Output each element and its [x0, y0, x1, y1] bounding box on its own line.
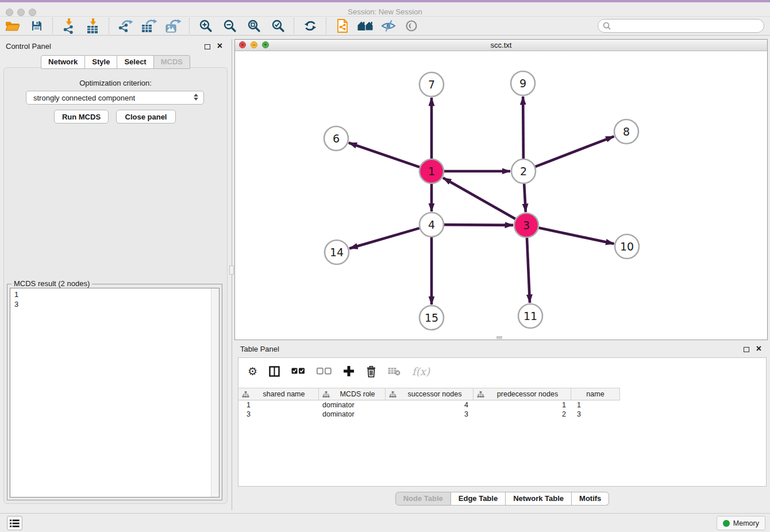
show-columns-icon[interactable] — [269, 366, 280, 377]
close-table-panel-icon[interactable]: × — [756, 346, 761, 352]
show-panels-button[interactable] — [7, 516, 22, 530]
cell-predecessor-nodes[interactable]: 1 — [473, 401, 571, 409]
close-panel-button[interactable]: Close panel — [116, 110, 176, 124]
float-panel-icon[interactable] — [205, 43, 210, 51]
mcds-result-groupbox: MCDS result (2 nodes) 1 3 — [7, 284, 222, 500]
run-mcds-button[interactable]: Run MCDS — [54, 110, 109, 124]
edge-4-3[interactable] — [444, 225, 513, 225]
search-input[interactable] — [611, 21, 764, 30]
column-header-successor-nodes[interactable]: successor nodes — [386, 388, 473, 400]
edge-3-10[interactable] — [539, 228, 614, 244]
settings-gear-icon[interactable]: ⚙ — [248, 366, 257, 377]
search-box[interactable] — [598, 19, 764, 33]
graph-node-2[interactable]: 2 — [511, 159, 536, 183]
result-scrollbar[interactable] — [211, 288, 219, 497]
canvas-scrollbar-thumb[interactable] — [496, 336, 502, 339]
cell-predecessor-nodes[interactable]: 2 — [473, 410, 571, 418]
tab-mcds[interactable]: MCDS — [154, 55, 190, 69]
import-table-icon[interactable] — [85, 18, 101, 34]
node-table-container: ⚙ — [238, 357, 767, 487]
table-row[interactable]: 1dominator411 — [238, 400, 766, 410]
svg-text:2: 2 — [520, 165, 527, 178]
network-canvas[interactable]: 7968124314101511 — [235, 51, 767, 340]
close-panel-icon[interactable]: × — [217, 43, 222, 49]
table-row[interactable]: 3dominator323 — [238, 410, 766, 419]
hide-graphics-details-icon[interactable] — [380, 18, 396, 34]
cell-name[interactable]: 1 — [571, 401, 620, 409]
toolbar-separator — [294, 18, 295, 34]
graph-node-15[interactable]: 15 — [419, 306, 444, 330]
show-graphics-preview-icon[interactable] — [403, 18, 419, 34]
mcds-result-area[interactable]: 1 3 — [10, 288, 220, 498]
tab-network[interactable]: Network — [41, 55, 85, 69]
tab-network-table[interactable]: Network Table — [506, 492, 572, 506]
tab-motifs[interactable]: Motifs — [572, 492, 609, 506]
deselect-all-icon[interactable] — [317, 368, 332, 375]
divider-grab-handle[interactable] — [229, 265, 234, 275]
cell-successor-nodes[interactable]: 3 — [386, 410, 473, 418]
panel-divider[interactable] — [232, 39, 232, 510]
list-icon — [10, 519, 20, 527]
cell-shared-name[interactable]: 3 — [238, 410, 319, 418]
graph-node-14[interactable]: 14 — [325, 240, 349, 264]
svg-text:1: 1 — [428, 165, 435, 178]
zoom-out-icon[interactable] — [222, 18, 238, 34]
tab-node-table[interactable]: Node Table — [395, 492, 451, 506]
graph-node-8[interactable]: 8 — [614, 119, 638, 144]
window-title: Session: New Session — [0, 7, 770, 16]
edge-2-9[interactable] — [523, 97, 523, 159]
column-header-shared-name[interactable]: shared name — [238, 388, 319, 400]
network-view-window: × − + scc.txt 7968124314101511 — [234, 39, 768, 340]
float-table-panel-icon[interactable] — [744, 345, 749, 354]
graph-node-1[interactable]: 1 — [419, 159, 444, 183]
cell-name[interactable]: 3 — [571, 410, 620, 418]
edge-2-3[interactable] — [524, 184, 526, 212]
export-table-icon[interactable] — [141, 18, 157, 34]
memory-status-icon — [723, 520, 730, 527]
export-image-icon[interactable] — [165, 18, 182, 34]
zoom-selected-icon[interactable] — [270, 18, 286, 34]
export-network-icon[interactable] — [117, 18, 133, 34]
table-panel-title: Table Panel — [240, 345, 279, 353]
zoom-in-icon[interactable] — [198, 18, 214, 34]
cell-mcds-role[interactable]: dominator — [319, 401, 386, 409]
table-panel: Table Panel × ⚙ — [234, 342, 770, 510]
graph-node-6[interactable]: 6 — [324, 126, 348, 151]
open-folder-icon[interactable] — [5, 18, 21, 34]
cell-shared-name[interactable]: 1 — [238, 401, 319, 409]
cyndex-home-icon[interactable] — [357, 18, 374, 34]
delete-rows-icon[interactable] — [366, 365, 376, 377]
network-window-titlebar[interactable]: × − + scc.txt — [235, 40, 767, 51]
column-header-mcds-role[interactable]: MCDS role — [319, 388, 386, 400]
graph-node-9[interactable]: 9 — [511, 71, 535, 95]
tab-edge-table[interactable]: Edge Table — [451, 492, 506, 506]
edge-3-11[interactable] — [527, 238, 530, 303]
edge-3-1[interactable] — [443, 178, 515, 219]
cell-successor-nodes[interactable]: 4 — [386, 401, 473, 409]
memory-button[interactable]: Memory — [717, 516, 765, 530]
status-bar: Memory — [0, 513, 770, 532]
import-network-icon[interactable] — [61, 18, 77, 34]
graph-node-4[interactable]: 4 — [419, 213, 444, 237]
select-all-icon[interactable] — [291, 368, 305, 375]
graph-node-10[interactable]: 10 — [615, 234, 639, 259]
graph-node-3[interactable]: 3 — [514, 213, 538, 237]
graph-node-11[interactable]: 11 — [518, 304, 542, 328]
refresh-icon[interactable] — [302, 18, 318, 34]
edge-4-14[interactable] — [349, 228, 419, 248]
column-header-name[interactable]: name — [571, 388, 620, 400]
svg-text:11: 11 — [523, 310, 537, 322]
optimization-criterion-dropdown[interactable]: strongly connected component — [26, 91, 204, 105]
zoom-fit-icon[interactable] — [246, 18, 262, 34]
svg-text:4: 4 — [428, 218, 435, 231]
edge-1-6[interactable] — [349, 142, 419, 167]
edge-2-8[interactable] — [536, 136, 614, 167]
graph-node-7[interactable]: 7 — [419, 72, 444, 97]
column-header-predecessor-nodes[interactable]: predecessor nodes — [473, 388, 571, 400]
cell-mcds-role[interactable]: dominator — [319, 410, 386, 418]
network-from-file-icon[interactable] — [334, 18, 351, 34]
save-session-icon[interactable] — [29, 18, 45, 34]
add-row-icon[interactable] — [343, 365, 355, 377]
tab-style[interactable]: Style — [85, 55, 117, 69]
tab-select[interactable]: Select — [117, 55, 153, 69]
